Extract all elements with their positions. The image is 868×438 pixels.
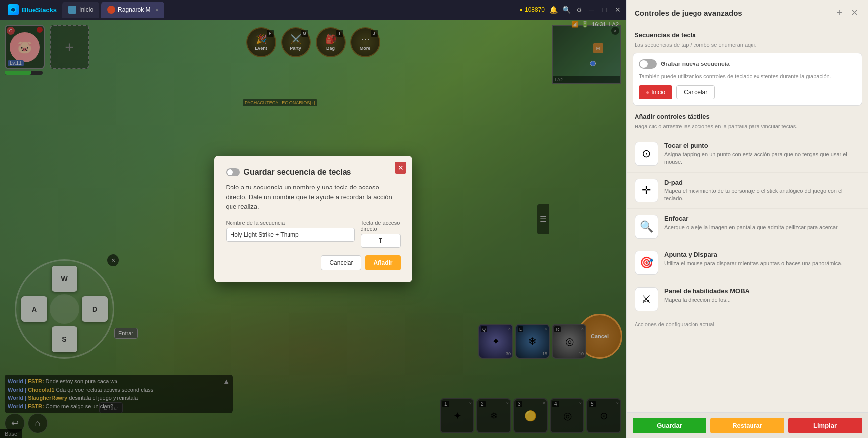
- panel-header: Controles de juego avanzados + ✕: [627, 0, 868, 26]
- touch-icon-wrap: ⊙: [635, 142, 658, 166]
- control-card-moba[interactable]: ⚔ Panel de habilidades MOBA Mapea la dir…: [627, 281, 868, 317]
- apunta-name: Apunta y Dispara: [664, 251, 860, 258]
- record-desc: También puede utilizar los controles de …: [639, 73, 856, 80]
- panel-scroll[interactable]: Secuencias de tecla Las secuencias de ta…: [627, 26, 868, 412]
- dialog-header: Guardar secuencia de teclas: [226, 168, 401, 177]
- close-taskbar-icon[interactable]: ✕: [613, 5, 622, 14]
- dialog-overlay: Guardar secuencia de teclas ✕ Dale a tu …: [0, 0, 626, 438]
- access-key-field: Tecla de acceso directo: [361, 220, 401, 248]
- right-panel: Controles de juego avanzados + ✕ Secuenc…: [626, 0, 868, 438]
- moba-icon-wrap: ⚔: [635, 287, 658, 311]
- enfocar-icon: 🔍: [640, 220, 653, 233]
- bluestacks-name: BlueStacks: [22, 6, 57, 14]
- sequences-section-title: Secuencias de tecla: [627, 26, 868, 42]
- record-label: Grabar nueva secuencia: [661, 61, 730, 67]
- tactile-section-desc: Haga clic o arrastre las acciones en la …: [627, 123, 868, 135]
- tab-ragnarok-close[interactable]: ×: [155, 7, 158, 13]
- dialog-fields: Nombre de la secuencia Tecla de acceso d…: [226, 220, 401, 248]
- record-cancel-btn[interactable]: Cancelar: [676, 85, 715, 99]
- dpad-card-icon: ✛: [642, 184, 651, 197]
- control-card-enfocar[interactable]: 🔍 Enfocar Acerque o aleje la imagen en p…: [627, 209, 868, 245]
- control-card-apunta[interactable]: 🎯 Apunta y Dispara Utiliza el mouse para…: [627, 245, 868, 281]
- moba-info: Panel de habilidades MOBA Mapea la direc…: [664, 287, 860, 304]
- enfocar-info: Enfocar Acerque o aleje la imagen en pan…: [664, 215, 860, 231]
- touch-info: Tocar el punto Asigna tapping en un punt…: [664, 142, 860, 166]
- game-area: BlueStacks Inicio Ragnarok M × ● 108870 …: [0, 0, 626, 438]
- dpad-info: D-pad Mapea el movimiento de tu personaj…: [664, 179, 860, 203]
- maximize-icon[interactable]: □: [600, 5, 609, 14]
- dialog-actions: Cancelar Añadir: [226, 255, 401, 270]
- settings-icon[interactable]: ⚙: [575, 5, 583, 14]
- sequences-section-desc: Las secuencias de tap / combo se enumera…: [627, 42, 868, 53]
- access-key-label: Tecla de acceso directo: [361, 220, 401, 232]
- enfocar-icon-wrap: 🔍: [635, 215, 658, 239]
- touch-desc: Asigna tapping en un punto con esta acci…: [664, 151, 860, 166]
- dialog-toggle[interactable]: [226, 168, 240, 176]
- taskbar-right: ● 108870 🔔 🔍 ⚙ ─ □ ✕: [520, 5, 622, 14]
- touch-name: Tocar el punto: [664, 142, 860, 149]
- record-actions: Inicio Cancelar: [639, 85, 856, 99]
- limpiar-btn[interactable]: Limpiar: [788, 418, 862, 433]
- tab-ragnarok-icon: [107, 6, 115, 14]
- enfocar-desc: Acerque o aleje la imagen en pantalla qu…: [664, 224, 860, 231]
- minimize-icon[interactable]: ─: [587, 5, 596, 14]
- dialog-add-btn[interactable]: Añadir: [365, 255, 400, 270]
- tab-inicio-label: Inicio: [79, 6, 93, 13]
- bluestacks-logo: BlueStacks: [4, 4, 60, 15]
- control-card-touch[interactable]: ⊙ Tocar el punto Asigna tapping en un pu…: [627, 136, 868, 173]
- sequence-name-field: Nombre de la secuencia: [226, 220, 355, 248]
- guardar-btn[interactable]: Guardar: [633, 418, 706, 433]
- sequence-name-label: Nombre de la secuencia: [226, 220, 355, 226]
- restaurar-btn[interactable]: Restaurar: [710, 418, 784, 433]
- coin-icon: ●: [520, 6, 523, 13]
- dpad-desc: Mapea el movimiento de tu personaje o el…: [664, 188, 860, 203]
- bluestacks-icon: [8, 4, 19, 15]
- sequence-name-input[interactable]: [226, 228, 355, 242]
- record-toggle[interactable]: [639, 59, 657, 69]
- dialog-cancel-btn[interactable]: Cancelar: [321, 255, 361, 270]
- dpad-icon-wrap: ✛: [635, 179, 658, 202]
- touch-icon: ⊙: [642, 147, 651, 160]
- apunta-info: Apunta y Dispara Utiliza el mouse para d…: [664, 251, 860, 267]
- dialog-close-btn[interactable]: ✕: [395, 162, 406, 174]
- record-inicio-btn[interactable]: Inicio: [639, 85, 672, 99]
- tab-inicio[interactable]: Inicio: [62, 2, 99, 18]
- record-row: Grabar nueva secuencia: [639, 59, 856, 69]
- apunta-icon-wrap: 🎯: [635, 251, 658, 275]
- panel-add-btn[interactable]: +: [833, 7, 845, 19]
- bottom-action-bar: Guardar Restaurar Limpiar: [627, 412, 868, 438]
- tab-inicio-icon: [68, 6, 76, 14]
- panel-header-icons: + ✕: [833, 7, 860, 19]
- dpad-name: D-pad: [664, 179, 860, 186]
- apunta-desc: Utiliza el mouse para disparar mientras …: [664, 260, 860, 267]
- control-card-dpad[interactable]: ✛ D-pad Mapea el movimiento de tu person…: [627, 173, 868, 209]
- dialog-title: Guardar secuencia de teclas: [244, 168, 351, 177]
- panel-close-btn[interactable]: ✕: [848, 7, 860, 19]
- search-taskbar-icon[interactable]: 🔍: [562, 5, 571, 14]
- enfocar-name: Enfocar: [664, 215, 860, 222]
- moba-name: Panel de habilidades MOBA: [664, 287, 860, 295]
- tab-ragnarok-label: Ragnarok M: [118, 6, 150, 13]
- dialog-description: Dale a tu secuencia un nombre y una tecl…: [226, 183, 401, 212]
- tactile-section-title: Añadir controles táctiles: [627, 106, 868, 123]
- apunta-icon: 🎯: [640, 256, 653, 269]
- save-dialog: Guardar secuencia de teclas ✕ Dale a tu …: [214, 156, 412, 282]
- coin-amount: 108870: [525, 6, 545, 13]
- taskbar: BlueStacks Inicio Ragnarok M × ● 108870 …: [0, 0, 626, 20]
- record-section: Grabar nueva secuencia También puede uti…: [633, 53, 862, 106]
- moba-desc: Mapea la dirección de los...: [664, 296, 860, 304]
- current-actions-label: Acciones de configuración actual: [627, 317, 868, 329]
- panel-title: Controles de juego avanzados: [635, 9, 742, 17]
- moba-icon: ⚔: [641, 293, 651, 306]
- tab-ragnarok[interactable]: Ragnarok M ×: [101, 2, 164, 18]
- access-key-input[interactable]: [361, 234, 401, 248]
- coin-display: ● 108870: [520, 6, 545, 13]
- bell-icon[interactable]: 🔔: [549, 5, 558, 14]
